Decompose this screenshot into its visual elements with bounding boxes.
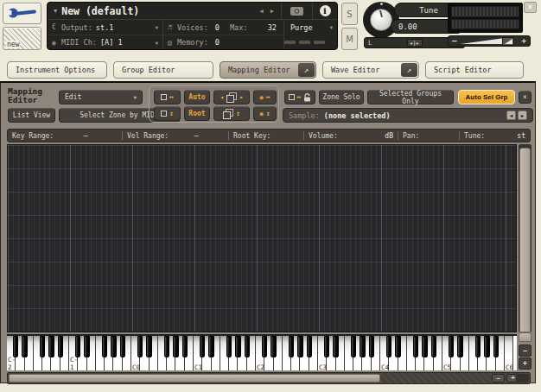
black-key[interactable]: [146, 336, 151, 357]
list-view-button[interactable]: List View: [8, 108, 55, 123]
output-dropdown-icon[interactable]: ▼: [155, 24, 158, 30]
black-key[interactable]: [297, 336, 302, 357]
hscroll-zoom-out-button[interactable]: –: [492, 374, 505, 383]
black-key[interactable]: [111, 336, 116, 357]
black-key[interactable]: [333, 336, 338, 357]
black-key[interactable]: [235, 336, 240, 357]
selected-groups-only-button[interactable]: Selected Groups Only: [367, 90, 454, 104]
black-key[interactable]: [182, 336, 188, 357]
black-key[interactable]: [13, 336, 18, 357]
purge-menu[interactable]: Purge ▼: [284, 20, 337, 35]
black-key[interactable]: [422, 336, 427, 357]
black-key[interactable]: [102, 336, 107, 357]
vertical-scrollbar[interactable]: [519, 144, 531, 332]
close-instrument-button[interactable]: ×: [524, 2, 537, 13]
midi-height-button[interactable]: ◉ ↕: [253, 106, 277, 121]
black-key[interactable]: [262, 336, 267, 357]
volume-minus-label[interactable]: –: [452, 36, 456, 46]
tab-mapping-editor[interactable]: Mapping Editor ↗: [220, 61, 316, 79]
popout-icon[interactable]: ↗: [401, 63, 417, 77]
black-key[interactable]: [475, 336, 481, 357]
black-key[interactable]: [208, 336, 213, 357]
black-key[interactable]: [484, 336, 489, 357]
max-voices-value[interactable]: 32: [268, 23, 279, 32]
black-key[interactable]: [75, 336, 80, 357]
horizontal-scrollbar-thumb[interactable]: [9, 374, 380, 383]
tab-script-editor[interactable]: Script Editor: [425, 61, 524, 79]
black-key[interactable]: [226, 336, 232, 357]
zone-solo-button[interactable]: Zone Solo: [319, 90, 364, 104]
volume-slider[interactable]: – +: [448, 35, 531, 47]
mute-button[interactable]: M: [341, 28, 358, 50]
next-instrument-icon[interactable]: ▶: [270, 8, 274, 15]
new-instrument-button[interactable]: new: [3, 27, 41, 50]
edit-menu-button[interactable]: Edit ▼: [59, 90, 143, 104]
solo-button[interactable]: S: [341, 3, 358, 25]
midi-channel-selector[interactable]: ◉ MIDI Ch: [A] 1 ▼: [48, 35, 162, 49]
tune-value[interactable]: 0.00: [398, 22, 417, 31]
root-spread-button[interactable]: Root: [184, 106, 210, 121]
black-key[interactable]: [493, 336, 499, 357]
black-key[interactable]: [413, 336, 418, 357]
black-key[interactable]: [48, 336, 54, 357]
black-key[interactable]: [289, 336, 294, 357]
keyboard-zoom-in-button[interactable]: +: [519, 357, 531, 370]
black-key[interactable]: [395, 336, 400, 357]
sample-prev-button[interactable]: ◀: [506, 111, 516, 120]
black-key[interactable]: [173, 336, 178, 357]
popout-icon[interactable]: ↗: [298, 63, 315, 77]
black-key[interactable]: [84, 336, 89, 357]
tab-group-editor[interactable]: Group Editor: [113, 61, 213, 79]
black-key[interactable]: [58, 336, 63, 357]
sample-next-button[interactable]: ▶: [518, 111, 527, 120]
black-key[interactable]: [270, 336, 276, 357]
black-key[interactable]: [245, 336, 250, 357]
tune-knob-cap[interactable]: [370, 9, 392, 31]
tab-wave-editor[interactable]: Wave Editor ↗: [322, 61, 419, 79]
output-selector[interactable]: € Output: st.1 ▼: [48, 20, 162, 35]
instrument-title[interactable]: New (default): [61, 5, 139, 17]
horizontal-scrollbar[interactable]: – +: [7, 372, 531, 384]
black-key[interactable]: [200, 336, 205, 357]
midi-width-button[interactable]: ◉ ↔: [253, 90, 277, 104]
keyboard-zoom-out-button[interactable]: –: [519, 345, 531, 357]
info-button[interactable]: i: [313, 5, 337, 16]
output-value[interactable]: st.1: [96, 23, 113, 32]
move-zones-horizontal-button[interactable]: ◂ ▸: [213, 90, 250, 104]
black-key[interactable]: [137, 336, 143, 357]
black-key[interactable]: [386, 336, 391, 357]
auto-spread-button[interactable]: Auto: [184, 90, 210, 104]
wrench-edit-button[interactable]: [3, 3, 41, 24]
keyboard[interactable]: C-2C-1C0C1C2C3C4C5C6: [7, 334, 517, 370]
black-key[interactable]: [449, 336, 454, 357]
close-editor-button[interactable]: ×: [519, 91, 531, 104]
black-key[interactable]: [351, 336, 356, 357]
lock-zone-button[interactable]: ↔: [284, 90, 315, 104]
volume-plus-label[interactable]: +: [522, 36, 526, 46]
zone-height-button[interactable]: ↕: [154, 106, 181, 121]
volume-slider-handle[interactable]: [502, 37, 514, 46]
black-key[interactable]: [431, 336, 436, 357]
purge-dropdown-icon[interactable]: ▼: [329, 24, 333, 30]
black-key[interactable]: [369, 336, 374, 357]
zone-width-button[interactable]: ↔: [154, 90, 181, 104]
move-zones-vertical-button[interactable]: ↕: [213, 106, 250, 121]
vertical-scrollbar-thumb[interactable]: [519, 148, 531, 332]
midi-channel-value[interactable]: [A] 1: [100, 38, 123, 47]
midi-dropdown-icon[interactable]: ▼: [155, 40, 158, 46]
snapshot-camera-button[interactable]: [282, 7, 312, 16]
black-key[interactable]: [40, 336, 45, 357]
collapse-arrow-icon[interactable]: ▼: [54, 8, 57, 15]
white-key[interactable]: C6: [505, 336, 513, 370]
black-key[interactable]: [22, 336, 27, 357]
black-key[interactable]: [307, 336, 312, 357]
black-key[interactable]: [457, 336, 462, 357]
black-key[interactable]: [164, 336, 169, 357]
pan-slider-handle[interactable]: ◂|▸: [407, 39, 423, 47]
black-key[interactable]: [120, 336, 125, 357]
tab-instrument-options[interactable]: Instrument Options: [7, 61, 107, 79]
black-key[interactable]: [324, 336, 329, 357]
mapping-grid[interactable]: [7, 144, 517, 332]
prev-instrument-icon[interactable]: ◀: [260, 8, 264, 15]
black-key[interactable]: [360, 336, 365, 357]
